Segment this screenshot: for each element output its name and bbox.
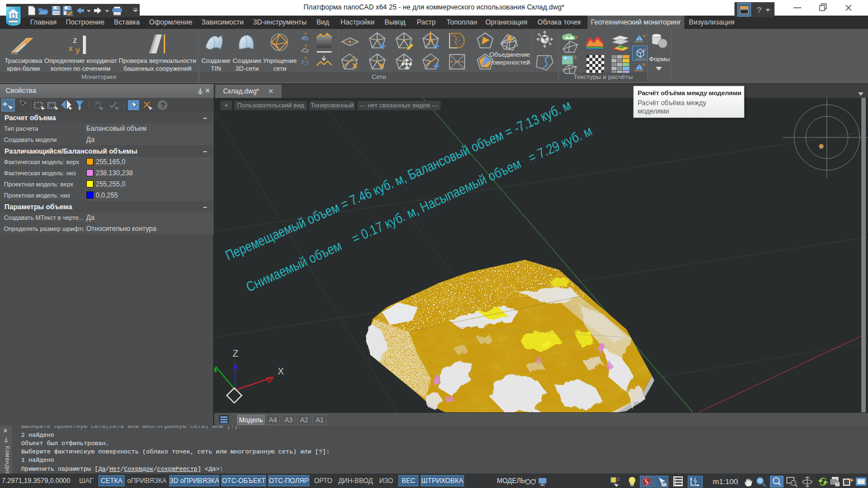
svg-text:m1:100: m1:100 <box>713 477 738 486</box>
svg-text:X: X <box>278 366 284 377</box>
svg-text:Z: Z <box>233 348 238 359</box>
svg-text:z: z <box>73 35 77 45</box>
svg-text:y: y <box>76 45 80 55</box>
svg-text:S: S <box>642 62 645 67</box>
svg-text:V: V <box>643 33 646 38</box>
svg-text:?: ? <box>757 5 761 14</box>
svg-text:x: x <box>68 43 73 53</box>
svg-text:V: V <box>643 47 647 52</box>
svg-text:?: ? <box>161 101 165 110</box>
